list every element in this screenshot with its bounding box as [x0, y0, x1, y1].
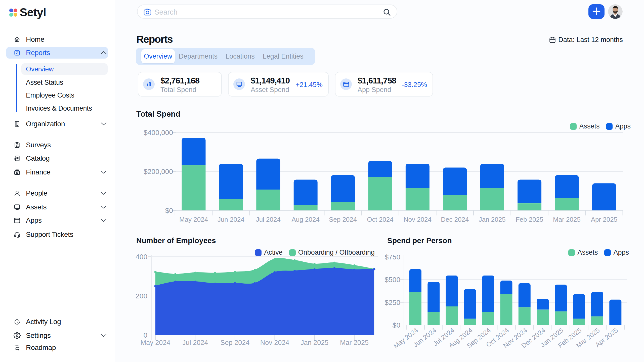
setyl-logo-icon [9, 9, 17, 16]
bar-assets [518, 203, 541, 210]
svg-text:Mar 2025: Mar 2025 [340, 339, 369, 346]
sidebar-item-catalog[interactable]: Catalog [0, 153, 115, 164]
sidebar-item-settings[interactable]: Settings [0, 330, 115, 341]
sidebar-subitem-overview[interactable]: Overview [0, 63, 115, 75]
tab-departments[interactable]: Departments [175, 53, 222, 60]
avatar[interactable] [608, 4, 623, 19]
bar-apps [368, 161, 392, 177]
bar-assets [537, 310, 549, 325]
sidebar-subitem-asset-status[interactable]: Asset Status [0, 77, 115, 88]
svg-text:Nov 2024: Nov 2024 [404, 216, 432, 223]
sidebar-item-organization[interactable]: Organization [0, 118, 115, 130]
bar-apps [256, 159, 280, 190]
person-icon [14, 190, 21, 197]
svg-text:0: 0 [143, 331, 147, 339]
sidebar-item-home[interactable]: Home [0, 34, 115, 45]
plus-icon [592, 7, 601, 16]
chevron-down-icon [101, 192, 107, 195]
bar-assets [573, 319, 585, 325]
bar-apps [182, 138, 206, 165]
employees-chart: 0200400May 2024Jul 2024Sep 2024Nov 2024J… [133, 231, 387, 362]
sidebar-subitem-employee-costs[interactable]: Employee Costs [0, 89, 115, 101]
bar-apps [573, 294, 585, 319]
stat-card-asset-spend: $1,149,410Asset Spend+21.45% [228, 72, 329, 97]
svg-text:$250: $250 [385, 299, 400, 306]
sidebar-item-reports[interactable]: Reports [0, 47, 115, 59]
sidebar-item-apps[interactable]: Apps [0, 215, 115, 226]
svg-text:May 2024: May 2024 [179, 216, 208, 223]
svg-text:Dec 2024: Dec 2024 [441, 216, 469, 223]
svg-text:$0: $0 [393, 321, 400, 329]
total-spend-chart: $0$200,000$400,000May 2024Jun 2024Jul 20… [133, 106, 639, 231]
chevron-down-icon [101, 205, 107, 209]
svg-text:$200,000: $200,000 [144, 168, 173, 175]
svg-text:400: 400 [136, 253, 147, 261]
svg-text:$750: $750 [385, 253, 400, 261]
app-window-icon [340, 78, 352, 90]
sidebar-item-activity-log[interactable]: Activity Log [0, 316, 115, 328]
sidebar-item-people[interactable]: People [0, 188, 115, 199]
svg-text:Aug 2024: Aug 2024 [292, 216, 320, 223]
brand-logo[interactable]: Setyl [9, 6, 46, 19]
bar-apps [592, 183, 616, 210]
svg-text:Mar 2025: Mar 2025 [553, 216, 581, 223]
bar-apps [406, 164, 430, 188]
svg-text:Oct 2024: Oct 2024 [367, 216, 394, 223]
stat-value: $1,611,758 [358, 76, 396, 85]
notebook-icon [14, 155, 21, 162]
bar-apps [409, 269, 421, 292]
data-range[interactable]: Data: Last 12 months [549, 36, 623, 44]
bar-apps [464, 289, 476, 319]
bar-assets [500, 294, 512, 325]
sidebar-item-surveys[interactable]: Surveys [0, 139, 115, 151]
sidebar: Setyl HomeReportsOverviewAsset StatusEmp… [0, 0, 115, 362]
stat-label: Total Spend [160, 86, 196, 94]
camera-icon[interactable] [144, 8, 152, 17]
bar-apps [555, 285, 567, 311]
bar-assets [482, 312, 494, 325]
sidebar-item-roadmap[interactable]: Roadmap [0, 342, 115, 353]
svg-text:Apr 2025: Apr 2025 [591, 216, 618, 223]
search-bar[interactable]: Search [137, 5, 397, 19]
bar-assets [219, 199, 243, 210]
svg-text:$400,000: $400,000 [144, 129, 173, 137]
search-placeholder: Search [154, 8, 178, 16]
gear-icon [14, 332, 21, 339]
bar-apps [500, 281, 512, 294]
report-tabs: OverviewDepartmentsLocationsLegal Entiti… [136, 48, 315, 65]
bar-assets [406, 188, 430, 210]
sidebar-item-support-tickets[interactable]: Support Tickets [0, 229, 115, 240]
svg-text:Jul 2024: Jul 2024 [182, 339, 208, 346]
chevron-down-icon [101, 219, 107, 222]
home-icon [14, 36, 21, 43]
svg-text:Jan 2025: Jan 2025 [479, 216, 506, 223]
stat-value: $2,761,168 [160, 76, 199, 85]
bar-apps [555, 175, 579, 198]
calendar-icon [549, 36, 556, 43]
tab-legal-entities[interactable]: Legal Entities [259, 53, 308, 60]
bar-assets [368, 177, 392, 210]
bar-apps [294, 180, 318, 205]
sidebar-item-finance[interactable]: Finance [0, 166, 115, 178]
headset-icon [14, 231, 21, 238]
bar-apps [482, 276, 494, 312]
bar-assets [480, 188, 504, 210]
bar-assets [294, 205, 318, 210]
tab-overview[interactable]: Overview [141, 49, 175, 63]
svg-text:Nov 2024: Nov 2024 [260, 339, 289, 346]
svg-text:200: 200 [136, 292, 147, 300]
stat-label: App Spend [358, 86, 391, 94]
bar-assets [464, 319, 476, 325]
svg-text:$500: $500 [385, 276, 400, 284]
sidebar-item-assets[interactable]: Assets [0, 201, 115, 213]
bar-assets [443, 195, 467, 210]
sidebar-subitem-invoices-documents[interactable]: Invoices & Documents [0, 103, 115, 114]
brand-name: Setyl [20, 6, 46, 19]
clock-history-icon [14, 318, 21, 325]
bar-apps [609, 300, 621, 325]
search-icon[interactable] [383, 8, 391, 18]
bar-assets [182, 165, 206, 210]
stat-label: Asset Spend [251, 86, 289, 94]
add-button[interactable] [588, 4, 605, 19]
tab-locations[interactable]: Locations [222, 53, 259, 60]
